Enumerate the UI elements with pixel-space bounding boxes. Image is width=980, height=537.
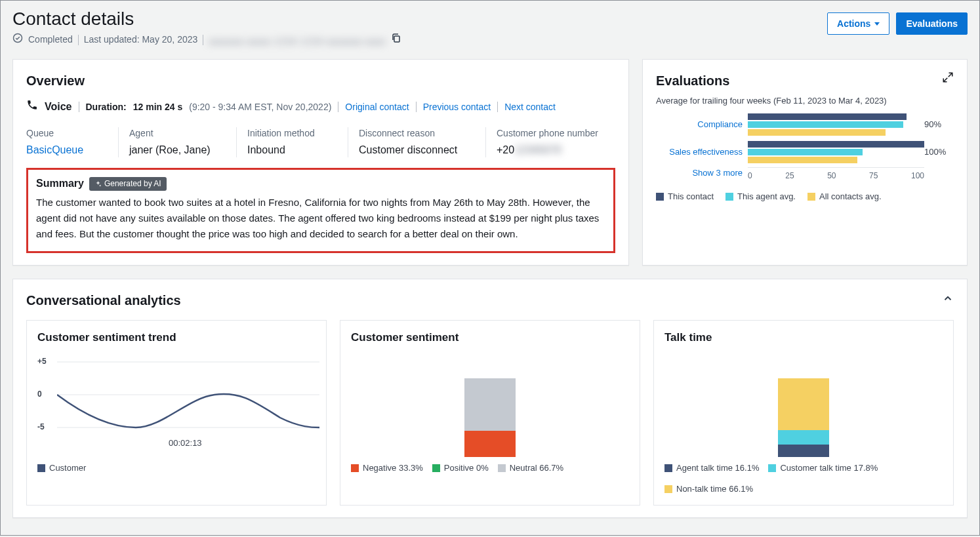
summary-text: The customer wanted to book two suites a… — [36, 195, 605, 242]
duration-label: Duration: — [86, 101, 127, 114]
overview-card: Overview Voice Duration: 12 min 24 s (9:… — [12, 59, 629, 266]
chevron-up-icon[interactable] — [942, 292, 954, 309]
analytics-heading: Conversational analytics — [26, 291, 181, 309]
ai-badge: Generated by AI — [89, 177, 167, 191]
page-title: Contact details — [12, 6, 401, 31]
next-contact-link[interactable]: Next contact — [504, 101, 556, 114]
axis-minus5: -5 — [37, 422, 45, 433]
show-more-link[interactable]: Show 3 more — [656, 167, 748, 182]
duration-value: 12 min 24 s — [133, 101, 183, 114]
copy-icon[interactable] — [391, 33, 401, 47]
redacted-id: aaaaaa-aaaa-1234-1234-aaaaaa-aaaaa — [209, 35, 386, 45]
legend-this-contact: This contact — [656, 191, 714, 203]
talk-time-title: Talk time — [664, 330, 943, 346]
sparkle-icon — [94, 180, 102, 188]
chevron-down-icon — [874, 22, 880, 26]
actions-label: Actions — [837, 17, 870, 30]
evaluations-axis: 0 25 50 75 100 — [748, 167, 924, 182]
eval-row-bars — [748, 141, 924, 163]
legend-positive: Positive 0% — [432, 462, 489, 474]
divider — [416, 102, 417, 112]
previous-contact-link[interactable]: Previous contact — [423, 101, 491, 114]
legend-agent-talk: Agent talk time 16.1% — [664, 462, 759, 474]
sentiment-trend-title: Customer sentiment trend — [37, 330, 316, 346]
analytics-card: Conversational analytics Customer sentim… — [12, 279, 968, 517]
axis-plus5: +5 — [37, 356, 47, 367]
divider — [338, 102, 338, 112]
disc-label: Disconnect reason — [359, 127, 475, 140]
init-label: Initiation method — [247, 127, 337, 140]
legend-all-contacts: All contacts avg. — [807, 191, 882, 203]
summary-heading: Summary — [36, 176, 84, 191]
sentiment-trend-card: Customer sentiment trend +5 0 -5 00:02:1… — [26, 320, 327, 505]
sentiment-trend-chart — [57, 352, 319, 437]
legend-non-talk: Non-talk time 66.1% — [664, 483, 753, 495]
eval-row-value: 90% — [924, 119, 954, 130]
talk-time-chart — [778, 378, 829, 457]
evaluations-heading: Evaluations — [656, 71, 729, 90]
agent-value: janer (Roe, Jane) — [129, 143, 226, 157]
customer-sentiment-card: Customer sentiment Negative 33.3% Positi… — [340, 320, 640, 505]
disc-value: Customer disconnect — [359, 143, 475, 157]
phone-value: +2012345678 — [497, 143, 605, 157]
divider — [78, 35, 79, 45]
eval-row-label[interactable]: Sales effectiveness — [656, 146, 748, 158]
eval-row-bars — [748, 113, 924, 136]
phone-icon — [26, 99, 38, 115]
summary-highlight: Summary Generated by AI The customer wan… — [26, 168, 615, 253]
evaluations-subtitle: Average for trailing four weeks (Feb 11,… — [656, 95, 954, 107]
legend-neutral: Neutral 66.7% — [498, 462, 563, 474]
expand-icon[interactable] — [942, 71, 954, 87]
legend-negative: Negative 33.3% — [351, 462, 423, 474]
status-text: Completed — [28, 33, 73, 47]
customer-sentiment-chart — [464, 378, 516, 457]
legend-customer: Customer — [37, 462, 86, 474]
last-updated: Last updated: May 20, 2023 — [84, 33, 198, 47]
svg-rect-1 — [394, 36, 399, 42]
talk-time-card: Talk time Agent talk time 16.1% Customer… — [653, 320, 954, 505]
duration-range: (9:20 - 9:34 AM EST, Nov 20,2022) — [189, 101, 331, 114]
phone-label: Customer phone number — [497, 127, 605, 140]
legend-customer-talk: Customer talk time 17.8% — [768, 462, 878, 474]
axis-zero: 0 — [37, 389, 42, 400]
divider — [497, 102, 498, 112]
queue-value[interactable]: BasicQueue — [26, 144, 83, 155]
customer-sentiment-title: Customer sentiment — [351, 330, 629, 346]
channel-label: Voice — [45, 100, 72, 114]
queue-label: Queue — [26, 127, 108, 140]
trend-time-label: 00:02:13 — [169, 437, 202, 449]
evaluations-chart: Compliance90%Sales effectiveness100% — [656, 113, 954, 163]
original-contact-link[interactable]: Original contact — [345, 101, 409, 114]
legend-this-agent: This agent avg. — [725, 191, 796, 203]
evaluations-button[interactable]: Evaluations — [896, 12, 968, 35]
divider — [79, 102, 79, 112]
init-value: Inbound — [247, 143, 337, 157]
agent-label: Agent — [129, 127, 226, 140]
actions-button[interactable]: Actions — [827, 12, 889, 35]
check-icon — [12, 33, 23, 47]
eval-row-label[interactable]: Compliance — [656, 119, 748, 130]
evaluations-card: Evaluations Average for trailing four we… — [642, 59, 968, 266]
divider — [203, 35, 203, 45]
overview-heading: Overview — [26, 71, 615, 90]
eval-row-value: 100% — [924, 146, 954, 158]
